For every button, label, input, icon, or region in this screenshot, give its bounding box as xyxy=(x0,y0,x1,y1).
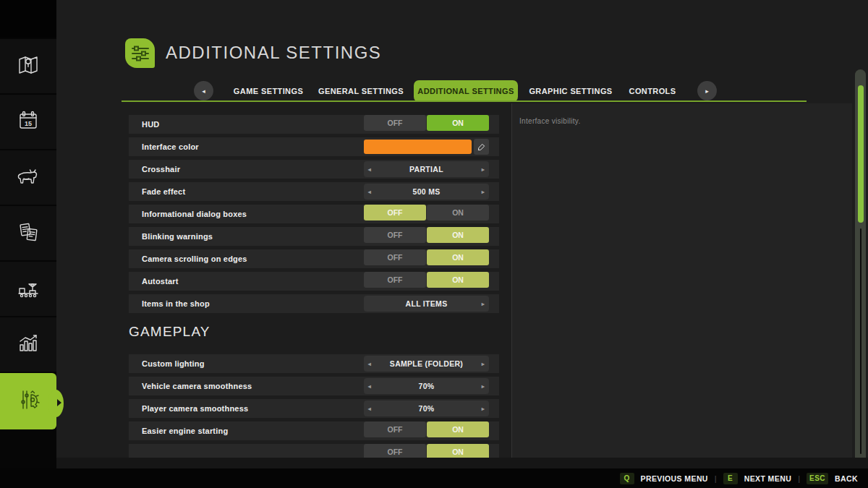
next-value-arrow[interactable]: ▸ xyxy=(477,161,489,177)
settings-icon xyxy=(15,387,41,416)
tab-general-settings[interactable]: GENERAL SETTINGS xyxy=(315,80,407,102)
tab-controls[interactable]: CONTROLS xyxy=(624,80,681,102)
toggle-off-button[interactable]: OFF xyxy=(364,272,426,288)
sidebar-item-statistics[interactable] xyxy=(0,317,56,372)
toggle-off-button[interactable]: OFF xyxy=(364,205,426,221)
content-bottom-edge xyxy=(56,458,868,468)
prev-value-arrow[interactable]: ◂ xyxy=(364,401,375,416)
toggle-off-button[interactable]: OFF xyxy=(364,444,426,458)
setting-label: Fade effect xyxy=(142,187,185,196)
tab-game-settings[interactable]: GAME SETTINGS xyxy=(230,80,307,102)
footer-action-back[interactable]: BACK xyxy=(835,474,858,483)
next-value-arrow[interactable]: ▸ xyxy=(477,378,489,394)
setting-row: Player camera smoothness70%◂▸ xyxy=(129,399,499,418)
setting-row: Custom lightingSAMPLE (FOLDER)◂▸ xyxy=(129,354,499,373)
page-title: ADDITIONAL SETTINGS xyxy=(166,43,381,63)
setting-row: CrosshairPARTIAL◂▸ xyxy=(129,160,499,179)
description-panel xyxy=(512,103,852,458)
value-selector[interactable]: 70%◂▸ xyxy=(364,378,489,394)
footer-action-next-menu[interactable]: NEXT MENU xyxy=(744,474,791,483)
setting-row: Fade effect500 MS◂▸ xyxy=(129,182,499,201)
key-badge-esc: ESC xyxy=(807,473,828,484)
prev-value-arrow[interactable]: ◂ xyxy=(364,161,375,177)
setting-label: Easier engine starting xyxy=(142,427,228,435)
toggle-off-button[interactable]: OFF xyxy=(364,421,426,437)
finances-icon xyxy=(16,220,41,247)
prev-value-arrow[interactable]: ◂ xyxy=(364,378,375,394)
setting-description: Interface visibility. xyxy=(519,117,580,125)
color-swatch[interactable] xyxy=(364,140,472,154)
footer-action-previous-menu[interactable]: PREVIOUS MENU xyxy=(641,474,708,483)
next-value-arrow[interactable]: ▸ xyxy=(477,296,489,312)
sidebar-item-finances[interactable] xyxy=(0,206,56,260)
sidebar-expand-arrow-icon[interactable] xyxy=(57,399,61,406)
prev-value-arrow[interactable]: ◂ xyxy=(364,356,375,372)
tabs-prev-button[interactable]: ◂ xyxy=(194,81,213,100)
statistics-icon xyxy=(16,331,41,359)
setting-label: HUD xyxy=(142,120,159,129)
setting-label: Blinking warnings xyxy=(142,232,213,241)
tab-graphic-settings[interactable]: GRAPHIC SETTINGS xyxy=(525,80,616,102)
setting-row: Vehicle camera smoothness70%◂▸ xyxy=(129,377,499,395)
setting-row: Items in the shopALL ITEMS▸ xyxy=(129,294,499,313)
calendar-icon: 15 xyxy=(16,108,41,136)
sidebar-item-calendar[interactable]: 15 xyxy=(0,95,56,149)
footer-divider: | xyxy=(715,474,717,483)
next-value-arrow[interactable]: ▸ xyxy=(477,356,489,372)
value-selector[interactable]: 70%◂▸ xyxy=(364,401,489,416)
panel-divider xyxy=(511,103,512,458)
toggle-on-button[interactable]: ON xyxy=(427,115,489,131)
setting-row: Informational dialog boxesOFFON xyxy=(129,205,499,223)
toggle-off-button[interactable]: OFF xyxy=(364,249,426,265)
sidebar-item-animals[interactable] xyxy=(0,150,56,205)
setting-label: Camera scrolling on edges xyxy=(142,254,247,263)
next-value-arrow[interactable]: ▸ xyxy=(477,401,489,416)
value-selector[interactable]: PARTIAL◂▸ xyxy=(364,161,489,177)
toggle-on-button[interactable]: ON xyxy=(427,421,489,437)
toggle-on-button[interactable]: ON xyxy=(427,272,489,288)
setting-row: Interface color xyxy=(129,137,499,156)
scrollbar-thumb[interactable] xyxy=(858,85,864,223)
setting-label: Custom lighting xyxy=(142,359,205,368)
scrollbar-line xyxy=(860,228,861,454)
toggle-off-button[interactable]: OFF xyxy=(364,115,426,131)
animals-icon xyxy=(15,164,41,192)
sidebar-top-block xyxy=(0,0,56,38)
tab-underline xyxy=(122,100,807,102)
setting-label: Crosshair xyxy=(142,165,180,174)
setting-label: Autostart xyxy=(142,277,179,286)
key-badge-q: Q xyxy=(620,473,634,484)
setting-label: Player camera smoothness xyxy=(142,404,248,413)
setting-label: Items in the shop xyxy=(142,299,210,308)
value-selector[interactable]: SAMPLE (FOLDER)◂▸ xyxy=(364,356,489,372)
map-icon xyxy=(16,53,41,80)
setting-label: Interface color xyxy=(142,142,199,151)
color-picker-button[interactable] xyxy=(474,139,489,155)
settings-screen: 15 ADDITIONAL SETTINGS ◂ GAME SETTINGSGE… xyxy=(0,0,868,488)
sidebar-item-map[interactable] xyxy=(0,39,56,93)
next-value-arrow[interactable]: ▸ xyxy=(477,184,489,200)
setting-row: OFFON xyxy=(129,444,499,458)
tabs-next-button[interactable]: ▸ xyxy=(697,81,717,100)
toggle-off-button[interactable]: OFF xyxy=(364,227,426,243)
setting-label: Vehicle camera smoothness xyxy=(142,382,252,390)
sidebar-item-production[interactable] xyxy=(0,262,56,316)
toggle-on-button[interactable]: ON xyxy=(427,205,489,221)
additional-settings-icon xyxy=(125,38,155,68)
production-icon xyxy=(15,275,41,303)
toggle-on-button[interactable]: ON xyxy=(427,249,489,265)
section-header: GAMEPLAY xyxy=(129,324,210,340)
value-selector[interactable]: ALL ITEMS▸ xyxy=(364,296,489,312)
setting-row: HUDOFFON xyxy=(129,115,499,134)
key-badge-e: E xyxy=(723,473,738,484)
toggle-on-button[interactable]: ON xyxy=(427,227,489,243)
setting-label: Informational dialog boxes xyxy=(142,210,247,218)
toggle-on-button[interactable]: ON xyxy=(427,444,489,458)
tab-additional-settings[interactable]: ADDITIONAL SETTINGS xyxy=(414,80,518,102)
value-selector[interactable]: 500 MS◂▸ xyxy=(364,184,489,200)
footer-divider: | xyxy=(798,474,800,483)
setting-row: Camera scrolling on edgesOFFON xyxy=(129,249,499,268)
setting-row: AutostartOFFON xyxy=(129,272,499,291)
svg-text:15: 15 xyxy=(25,119,32,127)
prev-value-arrow[interactable]: ◂ xyxy=(364,184,375,200)
